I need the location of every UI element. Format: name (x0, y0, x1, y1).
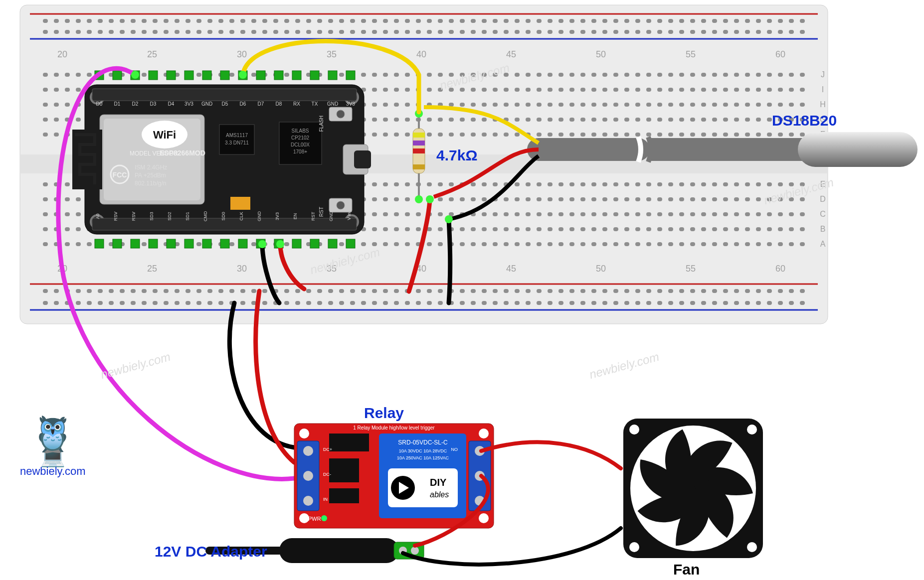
svg-rect-107 (343, 145, 368, 174)
svg-point-83 (345, 215, 358, 228)
svg-rect-98 (219, 125, 254, 154)
svg-rect-84 (92, 89, 357, 101)
svg-point-153 (415, 195, 423, 203)
svg-text:ables: ables (430, 490, 449, 499)
svg-rect-87 (104, 119, 200, 200)
svg-text:D0: D0 (96, 101, 103, 107)
svg-rect-51 (131, 71, 140, 80)
svg-text:60: 60 (775, 49, 785, 59)
svg-text:35: 35 (327, 49, 337, 59)
svg-rect-148 (413, 141, 425, 145)
svg-text:E: E (820, 180, 826, 188)
svg-text:GND: GND (201, 101, 212, 107)
svg-rect-155 (798, 132, 918, 167)
svg-text:3V3: 3V3 (185, 101, 193, 107)
svg-rect-154 (648, 138, 818, 161)
svg-text:D7: D7 (258, 101, 264, 107)
svg-text:ISM 2.4GHz: ISM 2.4GHz (135, 164, 167, 171)
watermark: newbiely.com (762, 175, 835, 207)
svg-text:B: B (820, 225, 826, 233)
svg-rect-57 (238, 71, 247, 80)
svg-text:F: F (820, 130, 825, 139)
svg-rect-56 (220, 71, 229, 80)
svg-point-166 (479, 513, 489, 523)
svg-text:COM: COM (447, 472, 458, 477)
svg-point-168 (303, 446, 313, 456)
svg-point-165 (299, 513, 309, 523)
svg-point-163 (299, 429, 309, 438)
watermark: newbiely.com (309, 245, 381, 277)
svg-text:D: D (820, 195, 826, 203)
nodemcu-board: WiFi MODEL VENDOR ESP8266MOD FCC ISM 2.4… (72, 85, 371, 234)
svg-rect-183 (329, 434, 369, 451)
svg-rect-150 (413, 164, 425, 169)
svg-text:NC: NC (451, 497, 458, 502)
svg-text:WiFi: WiFi (153, 129, 176, 141)
svg-point-160 (426, 195, 434, 203)
fan-icon (623, 419, 763, 558)
svg-text:PWR: PWR (308, 516, 321, 522)
svg-rect-54 (185, 71, 193, 80)
svg-rect-53 (167, 71, 176, 80)
svg-text:SD1: SD1 (185, 212, 190, 221)
owl-icon: 🦉 (20, 414, 86, 454)
svg-rect-64 (95, 239, 104, 248)
svg-rect-63 (346, 71, 355, 80)
svg-text:A0: A0 (95, 213, 100, 219)
pin-headers (89, 70, 368, 248)
svg-text:ESP8266MOD: ESP8266MOD (160, 149, 205, 157)
svg-rect-86 (100, 115, 204, 204)
svg-text:D8: D8 (276, 101, 282, 107)
svg-rect-184 (329, 458, 359, 482)
svg-point-201 (678, 473, 708, 503)
svg-text:10A 250VAC 10A 125VAC: 10A 250VAC 10A 125VAC (397, 455, 449, 460)
svg-text:3V3: 3V3 (275, 212, 280, 220)
svg-point-174 (475, 496, 485, 506)
svg-text:D1: D1 (114, 101, 121, 107)
svg-rect-185 (329, 488, 359, 503)
label-fan: Fan (673, 561, 700, 578)
svg-point-200 (630, 426, 756, 551)
svg-rect-175 (379, 434, 466, 518)
svg-rect-67 (149, 239, 158, 248)
svg-rect-73 (256, 239, 265, 248)
svg-text:J: J (821, 70, 825, 79)
svg-point-169 (303, 471, 313, 481)
svg-text:FLASH: FLASH (319, 116, 324, 132)
svg-point-203 (747, 425, 757, 435)
svg-rect-179 (388, 468, 458, 507)
svg-text:PA +25dBm: PA +25dBm (135, 172, 166, 179)
svg-point-93 (111, 165, 129, 183)
svg-point-89 (142, 121, 187, 148)
svg-rect-59 (274, 71, 283, 80)
svg-point-156 (239, 71, 247, 79)
svg-rect-147 (413, 133, 425, 138)
svg-text:IN: IN (323, 497, 328, 502)
svg-rect-78 (346, 239, 355, 248)
svg-point-197 (399, 547, 407, 555)
svg-text:D5: D5 (222, 101, 228, 107)
svg-text:GND: GND (329, 211, 334, 222)
svg-text:50: 50 (596, 264, 606, 274)
svg-rect-60 (292, 71, 301, 80)
svg-text:1 Relay Module high/low level : 1 Relay Module high/low level trigger (353, 425, 435, 431)
svg-point-202 (629, 425, 639, 435)
svg-point-157 (131, 71, 139, 79)
svg-text:DC+: DC+ (323, 447, 332, 452)
svg-text:25: 25 (147, 264, 157, 274)
site-name: newbiely.com (20, 465, 86, 478)
svg-point-82 (91, 215, 104, 228)
svg-text:45: 45 (506, 264, 516, 274)
svg-rect-74 (274, 239, 283, 248)
svg-text:3.3 DN711: 3.3 DN711 (225, 140, 249, 145)
svg-text:35: 35 (327, 264, 337, 274)
svg-point-180 (391, 476, 415, 500)
svg-text:EN: EN (293, 213, 298, 220)
svg-point-186 (321, 515, 327, 521)
svg-text:30: 30 (237, 264, 247, 274)
svg-rect-162 (294, 424, 494, 528)
svg-rect-88 (72, 130, 102, 189)
svg-text:C: C (820, 210, 826, 218)
svg-text:RX: RX (293, 101, 300, 107)
svg-text:SRD-05VDC-SL-C: SRD-05VDC-SL-C (398, 439, 448, 446)
